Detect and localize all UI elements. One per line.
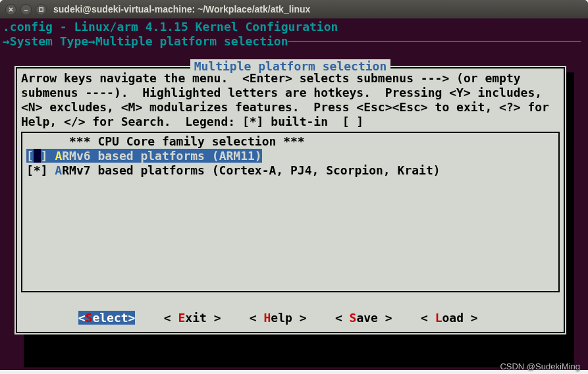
window-controls (5, 4, 47, 15)
button-row: <Select> < Exit > < Help > < Save > < Lo… (21, 311, 560, 325)
arrow-right-icon: → (3, 34, 10, 49)
breadcrumb: →System Type →Multiple platform selectio… (3, 34, 585, 49)
list-header: *** CPU Core family selection *** (26, 134, 554, 149)
window-titlebar: sudeki@sudeki-virtual-machine: ~/Workpla… (0, 0, 588, 18)
config-title: .config - Linux/arm 4.1.15 Kernel Config… (3, 20, 585, 34)
breadcrumb-rule: ────────────────────────────────────────… (288, 34, 581, 49)
list-item[interactable]: [*] ARMv7 based platforms (Cortex-A, PJ4… (26, 163, 554, 178)
window-title: sudeki@sudeki-virtual-machine: ~/Workpla… (53, 4, 310, 14)
arrow-right-icon: → (88, 34, 95, 49)
option-list[interactable]: *** CPU Core family selection *** [ ] AR… (21, 132, 560, 292)
svg-rect-0 (40, 7, 43, 11)
minimize-icon[interactable] (20, 4, 32, 15)
select-button[interactable]: <Select> (78, 311, 136, 325)
watermark: CSDN @SudekiMing (500, 361, 580, 371)
dialog-help-text: Arrow keys navigate the menu. <Enter> se… (21, 71, 560, 129)
menuconfig-dialog: Multiple platform selection Arrow keys n… (14, 66, 566, 334)
dialog-frame: Multiple platform selection Arrow keys n… (16, 67, 565, 333)
terminal-body[interactable]: .config - Linux/arm 4.1.15 Kernel Config… (0, 18, 588, 370)
list-item[interactable]: [ ] ARMv6 based platforms (ARM11) (26, 149, 554, 163)
terminal-window: sudeki@sudeki-virtual-machine: ~/Workpla… (0, 0, 588, 370)
maximize-icon[interactable] (36, 4, 47, 15)
close-icon[interactable] (5, 4, 16, 15)
